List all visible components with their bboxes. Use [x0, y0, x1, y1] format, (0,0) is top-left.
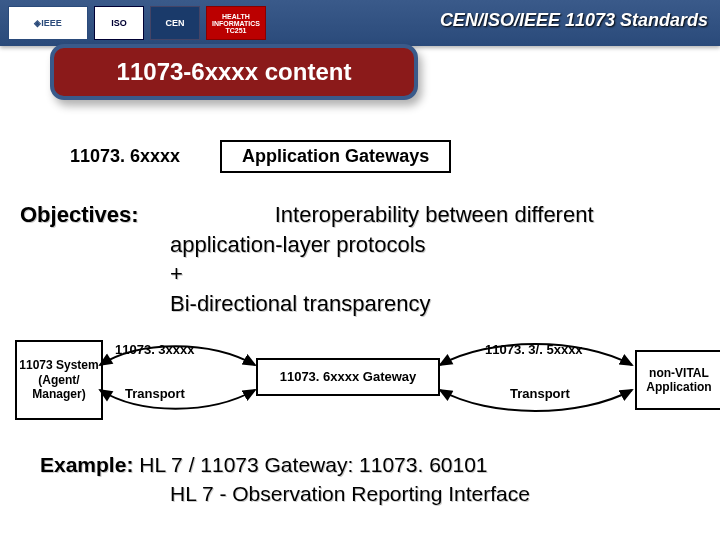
iso-logo-icon: ISO: [94, 6, 144, 40]
cen-logo-icon: CEN: [150, 6, 200, 40]
objectives-label: Objectives:: [20, 202, 139, 227]
health-informatics-logo-icon: HEALTH INFORMATICS TC251: [206, 6, 266, 40]
definition-code: 11073. 6xxxx: [70, 146, 180, 167]
objectives-line3: +: [170, 259, 594, 289]
definition-row: 11073. 6xxxx Application Gateways: [70, 140, 451, 173]
objectives-line1: Interoperability between different: [275, 202, 594, 227]
definition-box: Application Gateways: [220, 140, 451, 173]
example-block: Example: HL 7 / 11073 Gateway: 11073. 60…: [40, 450, 530, 509]
example-label: Example:: [40, 453, 133, 476]
left-system-box: 11073 System (Agent/ Manager): [15, 340, 103, 420]
right-app-box: non-VITAL Application: [635, 350, 720, 410]
example-line1: HL 7 / 11073 Gateway: 11073. 60101: [139, 453, 487, 476]
slide-title-pill: 11073-6xxxx content: [50, 44, 418, 100]
left-transport-label: Transport: [125, 386, 185, 401]
slide-title-text: 11073-6xxxx content: [117, 58, 352, 86]
example-line2: HL 7 - Observation Reporting Interface: [170, 479, 530, 508]
ieee-logo-icon: ◈IEEE: [8, 6, 88, 40]
right-protocol-label: 11073. 3/. 5xxxx: [485, 342, 583, 357]
objectives-line4: Bi-directional transparency: [170, 289, 594, 319]
header-bar: ◈IEEE ISO CEN HEALTH INFORMATICS TC251 C…: [0, 0, 720, 46]
architecture-diagram: 11073 System (Agent/ Manager) 11073. 6xx…: [10, 330, 710, 430]
objectives-line2: application-layer protocols: [170, 230, 594, 260]
objectives-block: Objectives: Interoperability between dif…: [20, 200, 594, 319]
header-logos: ◈IEEE ISO CEN HEALTH INFORMATICS TC251: [8, 6, 266, 40]
right-transport-label: Transport: [510, 386, 570, 401]
left-protocol-label: 11073. 3xxxx: [115, 342, 195, 357]
gateway-box: 11073. 6xxxx Gateway: [256, 358, 440, 396]
header-title: CEN/ISO/IEEE 11073 Standards: [440, 10, 708, 31]
